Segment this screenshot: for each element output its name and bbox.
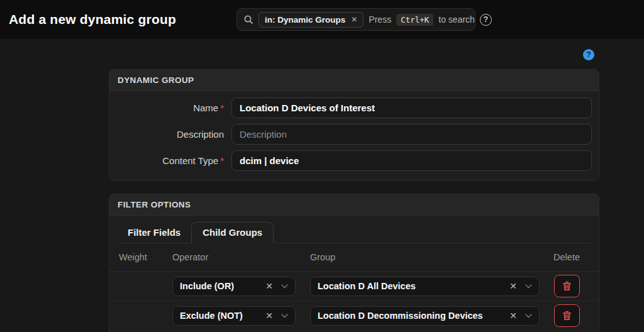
child-groups-table-header: Weight Operator Group Delete (109, 243, 599, 272)
description-input[interactable] (231, 124, 592, 145)
search-hint-press: Press (369, 14, 391, 25)
filter-options-card: FILTER OPTIONS Filter Fields Child Group… (109, 194, 599, 332)
help-icon[interactable]: ? (583, 49, 594, 60)
chevron-down-icon (525, 314, 532, 318)
description-label: Description (109, 129, 231, 140)
name-field-row: Name* (109, 97, 599, 118)
chevron-down-icon (525, 284, 532, 289)
search-filter-chip-label: in: Dynamic Groups (265, 15, 345, 25)
trash-icon (562, 311, 572, 321)
table-row: Include (OR) ✕ Location D All Devices ✕ (109, 272, 599, 301)
operator-select[interactable]: Include (OR) ✕ (172, 277, 296, 296)
search-help-icon[interactable]: ? (480, 14, 492, 26)
page-title: Add a new dynamic group (9, 12, 176, 27)
description-field-row: Description (109, 124, 599, 145)
page-content: ? DYNAMIC GROUP Name* Description Conten… (0, 39, 644, 332)
required-asterisk: * (220, 155, 224, 166)
filter-options-tabs: Filter Fields Child Groups (117, 222, 591, 243)
dynamic-group-card: DYNAMIC GROUP Name* Description Content … (109, 69, 599, 180)
chip-clear-icon[interactable]: ✕ (351, 15, 357, 24)
content-type-label: Content Type* (109, 155, 231, 166)
required-asterisk: * (220, 102, 224, 113)
dynamic-group-card-title: DYNAMIC GROUP (109, 70, 599, 91)
name-input[interactable] (231, 97, 592, 118)
name-label: Name* (109, 102, 231, 113)
column-header-group: Group (310, 252, 552, 262)
delete-row-button[interactable] (554, 275, 580, 297)
clear-selection-icon[interactable]: ✕ (265, 281, 273, 291)
keyboard-shortcut-badge: Ctrl+K (396, 14, 433, 26)
search-icon (243, 14, 253, 25)
column-header-delete: Delete (552, 252, 580, 262)
table-row: Exclude (NOT) ✕ Location D Decommissioni… (109, 301, 599, 331)
group-select[interactable]: Location D Decommissioning Devices ✕ (310, 306, 540, 326)
chevron-down-icon (281, 284, 288, 289)
search-hint-suffix: to search (438, 14, 475, 25)
clear-selection-icon[interactable]: ✕ (509, 281, 517, 291)
search-filter-chip[interactable]: in: Dynamic Groups ✕ (258, 12, 364, 28)
clear-selection-icon[interactable]: ✕ (509, 311, 517, 321)
clear-selection-icon[interactable]: ✕ (265, 311, 273, 321)
content-type-input[interactable] (231, 150, 592, 171)
tab-child-groups[interactable]: Child Groups (191, 222, 274, 243)
global-search-input[interactable]: in: Dynamic Groups ✕ Press Ctrl+K to sea… (236, 8, 475, 31)
trash-icon (562, 281, 572, 291)
content-type-field-row: Content Type* (109, 150, 599, 171)
chevron-down-icon (281, 314, 288, 318)
column-header-operator: Operator (172, 252, 310, 262)
operator-select[interactable]: Exclude (NOT) ✕ (172, 306, 296, 326)
column-header-weight: Weight (119, 252, 172, 262)
group-select[interactable]: Location D All Devices ✕ (310, 277, 540, 296)
delete-row-button[interactable] (554, 304, 580, 327)
filter-options-card-title: FILTER OPTIONS (109, 194, 599, 216)
tab-filter-fields[interactable]: Filter Fields (117, 223, 191, 243)
topbar: Add a new dynamic group in: Dynamic Grou… (0, 0, 644, 39)
